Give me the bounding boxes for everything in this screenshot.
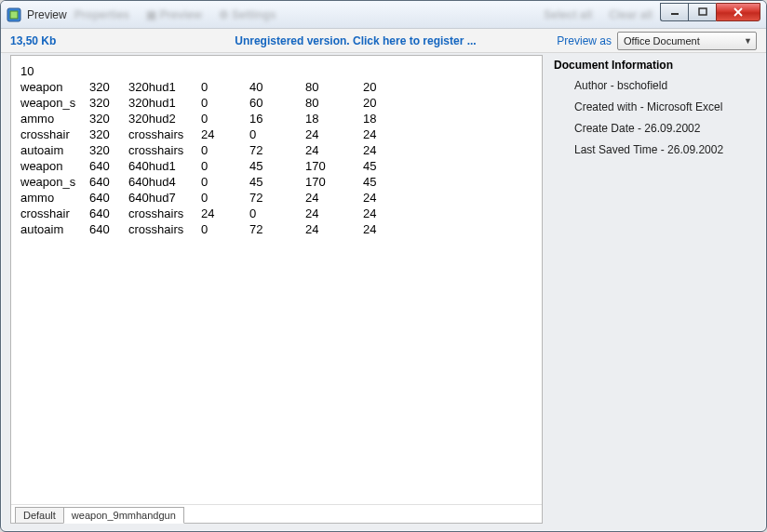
preview-as-value: Office Document bbox=[624, 35, 700, 47]
table-cell: 320hud1 bbox=[128, 79, 201, 95]
table-cell: 640 bbox=[89, 174, 128, 190]
tab-weapon-9mmhandgun[interactable]: weapon_9mmhandgun bbox=[63, 507, 184, 524]
table-cell: 0 bbox=[249, 206, 305, 221]
table-cell: 80 bbox=[305, 79, 363, 95]
table-row: autoaim640crosshairs0722424 bbox=[20, 221, 532, 237]
table-cell: 72 bbox=[249, 142, 305, 158]
info-author: Author - bschofield bbox=[554, 79, 751, 92]
table-cell: 24 bbox=[305, 206, 363, 221]
table-cell: 24 bbox=[201, 126, 249, 142]
table-cell: 18 bbox=[305, 111, 363, 126]
table-cell: 24 bbox=[363, 221, 400, 237]
table-cell: ammo bbox=[20, 111, 89, 126]
table-cell: 320hud2 bbox=[128, 111, 201, 126]
svg-rect-1 bbox=[10, 11, 18, 19]
table-cell: 20 bbox=[363, 95, 400, 111]
background-blur: Properties▣ Preview⚙ Settings Select all… bbox=[74, 6, 653, 24]
table-cell: 320 bbox=[89, 142, 128, 158]
table-cell: 24 bbox=[363, 190, 400, 206]
table-cell: 640 bbox=[89, 190, 128, 206]
info-created-with: Created with - Microsoft Excel bbox=[554, 100, 751, 113]
table-cell: 80 bbox=[305, 95, 363, 111]
minimize-button[interactable] bbox=[660, 3, 688, 21]
table-row: weapon_s640640hud404517045 bbox=[20, 174, 532, 190]
table-cell: 640hud4 bbox=[128, 174, 201, 190]
table-cell: 0 bbox=[201, 174, 249, 190]
table-cell: 60 bbox=[249, 95, 305, 111]
table-cell: crosshairs bbox=[128, 142, 201, 158]
table-row: ammo320320hud20161818 bbox=[20, 111, 532, 126]
table-cell: 640 bbox=[89, 158, 128, 174]
table-cell: autoaim bbox=[20, 142, 89, 158]
table-cell: 0 bbox=[201, 190, 249, 206]
info-create-date: Create Date - 26.09.2002 bbox=[554, 122, 751, 135]
table-cell: 24 bbox=[305, 221, 363, 237]
table-row: crosshair320crosshairs2402424 bbox=[20, 126, 532, 142]
sheet-tabs: Default weapon_9mmhandgun bbox=[11, 504, 542, 523]
unregistered-link[interactable]: Unregistered version. Click here to regi… bbox=[159, 34, 552, 47]
window-controls bbox=[660, 3, 760, 21]
preview-window: Preview Properties▣ Preview⚙ Settings Se… bbox=[0, 0, 767, 532]
table-cell: 20 bbox=[363, 79, 400, 95]
table-cell: crosshairs bbox=[128, 221, 201, 237]
file-size: 13,50 Kb bbox=[10, 34, 159, 47]
table-cell: 0 bbox=[201, 95, 249, 111]
table-cell: 24 bbox=[363, 126, 400, 142]
table-cell: 72 bbox=[249, 190, 305, 206]
table-cell: ammo bbox=[20, 190, 89, 206]
top-line: 10 bbox=[20, 63, 532, 79]
table-cell: 0 bbox=[201, 158, 249, 174]
table-cell: 320 bbox=[89, 95, 128, 111]
table-row: autoaim320crosshairs0722424 bbox=[20, 142, 532, 158]
table-cell: 24 bbox=[305, 190, 363, 206]
document-pane: 10 weapon320320hud10408020weapon_s320320… bbox=[10, 55, 543, 524]
table-cell: 45 bbox=[363, 158, 400, 174]
table-row: weapon640640hud104517045 bbox=[20, 158, 532, 174]
table-row: ammo640640hud70722424 bbox=[20, 190, 532, 206]
table-cell: 40 bbox=[249, 79, 305, 95]
table-cell: weapon_s bbox=[20, 174, 89, 190]
table-cell: 24 bbox=[305, 142, 363, 158]
table-cell: 16 bbox=[249, 111, 305, 126]
table-cell: 320 bbox=[89, 79, 128, 95]
table-cell: weapon_s bbox=[20, 95, 89, 111]
info-last-saved: Last Saved Time - 26.09.2002 bbox=[554, 143, 751, 156]
close-button[interactable] bbox=[716, 3, 760, 21]
header-bar: 13,50 Kb Unregistered version. Click her… bbox=[1, 29, 766, 53]
table-row: weapon320320hud10408020 bbox=[20, 79, 532, 95]
table-cell: crosshairs bbox=[128, 126, 201, 142]
preview-as-group: Preview as Office Document ▼ bbox=[552, 32, 757, 50]
table-cell: 640 bbox=[89, 221, 128, 237]
table-cell: 0 bbox=[201, 221, 249, 237]
table-cell: 24 bbox=[363, 206, 400, 221]
table-cell: 170 bbox=[305, 158, 363, 174]
table-cell: 640hud1 bbox=[128, 158, 201, 174]
table-cell: 320 bbox=[89, 111, 128, 126]
table-cell: 0 bbox=[249, 126, 305, 142]
table-cell: weapon bbox=[20, 158, 89, 174]
maximize-button[interactable] bbox=[688, 3, 716, 21]
table-row: crosshair640crosshairs2402424 bbox=[20, 206, 532, 221]
table-cell: 0 bbox=[201, 79, 249, 95]
table-cell: 320 bbox=[89, 126, 128, 142]
table-cell: 320hud1 bbox=[128, 95, 201, 111]
preview-as-dropdown[interactable]: Office Document ▼ bbox=[617, 32, 757, 50]
table-cell: 24 bbox=[305, 126, 363, 142]
table-cell: 18 bbox=[363, 111, 400, 126]
table-cell: 640 bbox=[89, 206, 128, 221]
chevron-down-icon: ▼ bbox=[744, 36, 752, 46]
table-cell: crosshair bbox=[20, 206, 89, 221]
table-row: weapon_s320320hud10608020 bbox=[20, 95, 532, 111]
svg-rect-3 bbox=[699, 8, 706, 15]
document-body: 10 weapon320320hud10408020weapon_s320320… bbox=[11, 56, 542, 504]
preview-as-label: Preview as bbox=[557, 34, 612, 47]
table-cell: autoaim bbox=[20, 221, 89, 237]
info-pane: Document Information Author - bschofield… bbox=[548, 55, 757, 524]
tab-default[interactable]: Default bbox=[15, 507, 64, 523]
table-cell: 45 bbox=[363, 174, 400, 190]
table-cell: 24 bbox=[363, 142, 400, 158]
content-area: 10 weapon320320hud10408020weapon_s320320… bbox=[1, 53, 766, 531]
table-cell: 640hud7 bbox=[128, 190, 201, 206]
table-cell: crosshairs bbox=[128, 206, 201, 221]
app-icon bbox=[7, 7, 21, 22]
